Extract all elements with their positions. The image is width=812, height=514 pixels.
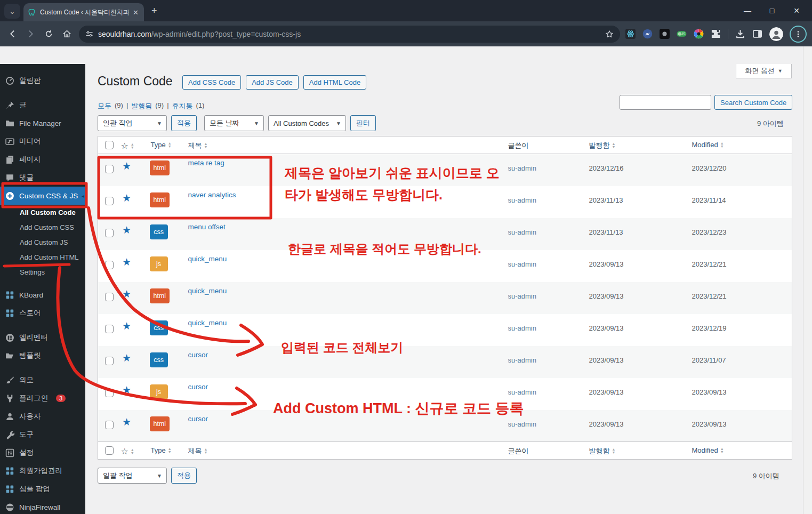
select-all-checkbox[interactable] <box>105 141 114 149</box>
bulk-action-select[interactable]: 일괄 작업▼ <box>98 115 167 131</box>
sidebar-item-users[interactable]: 사용자 <box>0 407 85 425</box>
column-header-published[interactable]: 발행함▲▼ <box>577 442 680 456</box>
row-checkbox[interactable] <box>105 293 114 301</box>
apply-button[interactable]: 적용 <box>171 115 197 131</box>
react-devtools-icon[interactable] <box>625 29 636 39</box>
search-custom-code-button[interactable]: Search Custom Code <box>714 95 792 110</box>
filter-button[interactable]: 필터 <box>350 115 376 131</box>
close-button[interactable]: ✕ <box>784 6 809 15</box>
code-type-filter-select[interactable]: All Custom Codes▼ <box>268 115 346 131</box>
bookmark-star-icon[interactable] <box>605 30 614 38</box>
browser-profile-avatar[interactable] <box>769 27 783 41</box>
browser-tab[interactable]: Custom Code ‹ 서울닥터한치과 ✕ <box>23 3 144 21</box>
row-checkbox[interactable] <box>105 421 114 429</box>
type-badge[interactable]: js <box>150 256 168 271</box>
home-icon[interactable] <box>58 25 76 43</box>
reload-icon[interactable] <box>39 25 58 43</box>
sidebar-subitem-add-custom-css[interactable]: Add Custom CSS <box>0 220 85 235</box>
sidebar-subitem-all-custom-code[interactable]: All Custom Code <box>0 205 85 220</box>
tab-search-button[interactable]: ⌄ <box>4 4 20 19</box>
bulk-action-select[interactable]: 일괄 작업▼ <box>98 468 167 484</box>
row-checkbox[interactable] <box>105 357 114 365</box>
sidebar-item-kboard[interactable]: KBoard <box>0 286 85 304</box>
sidebar-item-ninjafirewall[interactable]: NinjaFirewall <box>0 498 85 514</box>
sidebar-item-dashboard[interactable]: 알림판 <box>0 71 85 90</box>
favorite-column-star-icon[interactable]: ☆ <box>121 141 128 151</box>
sidebar-item-templates[interactable]: 템플릿 <box>0 347 85 365</box>
favorite-star-icon[interactable]: ★ <box>122 186 131 203</box>
minimize-button[interactable]: — <box>735 6 760 15</box>
sidebar-item-custom-css-js[interactable]: Custom CSS & JS◂ <box>0 187 85 205</box>
type-badge[interactable]: css <box>150 352 168 367</box>
column-header-title[interactable]: 제목▲▼ <box>186 442 496 456</box>
row-author-link[interactable]: su-admin <box>496 314 536 332</box>
type-badge[interactable]: html <box>150 160 170 175</box>
row-author-link[interactable]: su-admin <box>496 218 536 236</box>
browser-menu-icon[interactable] <box>790 26 807 43</box>
favorite-star-icon[interactable]: ★ <box>122 250 131 267</box>
add-html-code-button[interactable]: Add HTML Code <box>303 75 366 90</box>
favorite-star-icon[interactable]: ★ <box>122 218 131 235</box>
column-header-published[interactable]: 발행함▲▼ <box>577 136 680 150</box>
row-author-link[interactable]: su-admin <box>496 186 536 204</box>
sidebar-item-membership[interactable]: 회원가입관리 <box>0 462 85 480</box>
row-author-link[interactable]: su-admin <box>496 154 536 172</box>
sidebar-item-comments[interactable]: 댓글 <box>0 168 85 187</box>
row-title-link[interactable]: quick_menu <box>186 282 227 295</box>
column-header-modified[interactable]: Modified▲▼ <box>680 136 792 149</box>
row-title-link[interactable]: quick_menu <box>186 250 227 263</box>
sidebar-item-elementor[interactable]: 엘리멘터 <box>0 328 85 347</box>
type-badge[interactable]: html <box>150 192 170 207</box>
row-author-link[interactable]: su-admin <box>496 282 536 300</box>
filter-link-1[interactable]: 발행됨 <box>131 101 152 111</box>
sidebar-item-media[interactable]: 미디어 <box>0 132 85 150</box>
add-js-code-button[interactable]: Add JS Code <box>246 75 299 90</box>
favorite-star-icon[interactable]: ★ <box>122 346 131 363</box>
favorite-column-star-icon[interactable]: ☆ <box>121 446 128 456</box>
row-checkbox[interactable] <box>105 229 114 237</box>
favorite-star-icon[interactable]: ★ <box>122 154 131 171</box>
row-title-link[interactable]: meta re tag <box>186 154 224 167</box>
column-header-type[interactable]: Type▲▼ <box>138 136 186 149</box>
filter-link-0[interactable]: 모두 <box>98 101 111 111</box>
add-css-code-button[interactable]: Add CSS Code <box>182 75 241 90</box>
dark-extension-icon[interactable] <box>660 29 670 39</box>
row-title-link[interactable]: menu offset <box>186 218 226 231</box>
download-icon[interactable] <box>735 29 745 39</box>
screen-options-tab[interactable]: 화면 옵션 ▼ <box>736 64 792 78</box>
row-checkbox[interactable] <box>105 165 114 173</box>
sort-arrows-icon[interactable]: ▲▼ <box>131 448 134 455</box>
favorite-star-icon[interactable]: ★ <box>122 378 131 395</box>
type-badge[interactable]: html <box>150 288 170 303</box>
sidebar-item-store[interactable]: 스토어 <box>0 304 85 322</box>
type-badge[interactable]: css <box>150 224 168 239</box>
extensions-puzzle-icon[interactable] <box>711 29 721 39</box>
side-panel-icon[interactable] <box>752 29 762 39</box>
sidebar-item-tools[interactable]: 도구 <box>0 425 85 444</box>
new-tab-button[interactable]: + <box>151 5 157 16</box>
type-badge[interactable]: js <box>150 384 168 399</box>
sidebar-item-file-manager[interactable]: File Manager <box>0 114 85 132</box>
address-bar[interactable]: seouldrhan.com/wp-admin/edit.php?post_ty… <box>79 26 620 43</box>
chat-extension-icon[interactable] <box>642 29 653 39</box>
sidebar-item-pages[interactable]: 페이지 <box>0 150 85 168</box>
sidebar-item-appearance[interactable]: 외모 <box>0 371 85 389</box>
column-header-modified[interactable]: Modified▲▼ <box>680 442 792 454</box>
sidebar-item-plugins[interactable]: 플러그인3 <box>0 389 85 407</box>
row-author-link[interactable]: su-admin <box>496 346 536 364</box>
row-title-link[interactable]: quick_menu <box>186 314 227 327</box>
sidebar-item-settings[interactable]: 설정 <box>0 444 85 462</box>
js-extension-icon[interactable]: JS <box>677 29 687 39</box>
row-checkbox[interactable] <box>105 325 114 333</box>
sidebar-subitem-settings[interactable]: Settings <box>0 264 85 279</box>
sidebar-item-posts[interactable]: 글 <box>0 96 85 114</box>
column-header-type[interactable]: Type▲▼ <box>138 442 186 454</box>
date-filter-select[interactable]: 모든 날짜▼ <box>204 115 264 131</box>
row-checkbox[interactable] <box>105 261 114 269</box>
sidebar-item-simple-popup[interactable]: 심플 팝업 <box>0 480 85 498</box>
filter-link-2[interactable]: 휴지통 <box>172 101 193 111</box>
row-checkbox[interactable] <box>105 389 114 397</box>
row-title-link[interactable]: cursor <box>186 378 208 391</box>
select-all-checkbox[interactable] <box>105 446 114 455</box>
color-wheel-extension-icon[interactable] <box>694 29 704 39</box>
